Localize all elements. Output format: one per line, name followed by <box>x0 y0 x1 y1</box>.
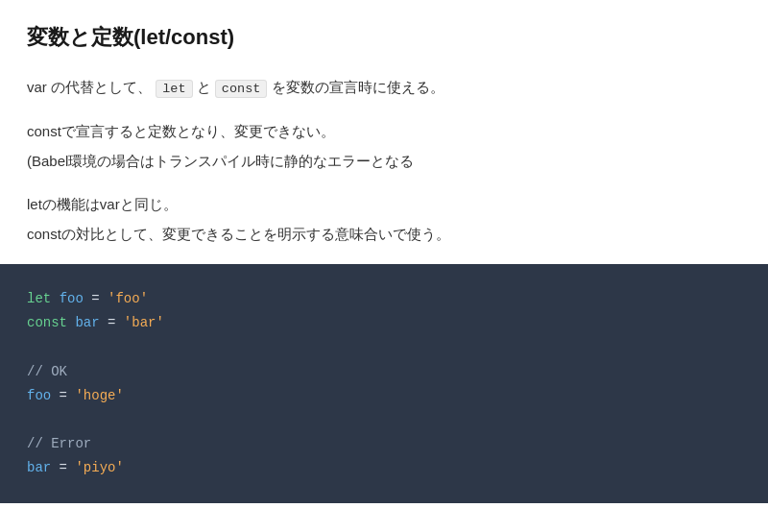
var-foo-2: foo <box>27 388 51 403</box>
code-comment-2: // Error <box>27 432 741 456</box>
code-comment-1: // OK <box>27 360 741 384</box>
code-block: let foo = 'foo' const bar = 'bar' // OK … <box>0 264 768 504</box>
desc-mid: と <box>197 79 215 95</box>
op-4: = <box>51 460 75 475</box>
str-piyo: 'piyo' <box>75 460 123 475</box>
paragraph-2-line-1: letの機能はvarと同じ。 <box>27 191 741 217</box>
content-area: 変数と定数(let/const) var の代替として、 let と const… <box>0 0 768 247</box>
paragraph-1-line-1: constで宣言すると定数となり、変更できない。 <box>27 118 741 144</box>
inline-code-let: let <box>156 80 192 98</box>
var-bar: bar <box>75 315 99 330</box>
description-block: var の代替として、 let と const を変数の宣言時に使える。 <box>27 75 741 101</box>
desc-prefix: var の代替として、 <box>27 79 152 95</box>
op-1: = <box>84 291 108 306</box>
op-2: = <box>100 315 124 330</box>
desc-suffix: を変数の宣言時に使える。 <box>272 79 444 95</box>
keyword-let: let <box>27 291 51 306</box>
code-line-3: foo = 'hoge' <box>27 384 741 408</box>
code-line-1: let foo = 'foo' <box>27 287 741 311</box>
str-bar: 'bar' <box>124 315 164 330</box>
var-bar-2: bar <box>27 460 51 475</box>
str-foo: 'foo' <box>108 291 148 306</box>
str-hoge: 'hoge' <box>75 388 123 403</box>
empty-line-2 <box>27 408 741 432</box>
paragraph-1-line-2: (Babel環境の場合はトランスパイル時に静的なエラーとなる <box>27 148 741 174</box>
keyword-const: const <box>27 315 67 330</box>
code-line-4: bar = 'piyo' <box>27 456 741 480</box>
code-space-1 <box>51 291 59 306</box>
op-3: = <box>51 388 75 403</box>
paragraph-group-1: constで宣言すると定数となり、変更できない。 (Babel環境の場合はトラン… <box>27 118 741 174</box>
code-line-2: const bar = 'bar' <box>27 311 741 335</box>
page-title: 変数と定数(let/const) <box>27 23 741 52</box>
paragraph-group-2: letの機能はvarと同じ。 constの対比として、変更できることを明示する意… <box>27 191 741 247</box>
comment-ok: // OK <box>27 364 67 379</box>
empty-line-1 <box>27 335 741 359</box>
var-foo: foo <box>60 291 84 306</box>
inline-code-const: const <box>215 80 268 98</box>
comment-error: // Error <box>27 436 91 451</box>
paragraph-2-line-2: constの対比として、変更できることを明示する意味合いで使う。 <box>27 221 741 247</box>
